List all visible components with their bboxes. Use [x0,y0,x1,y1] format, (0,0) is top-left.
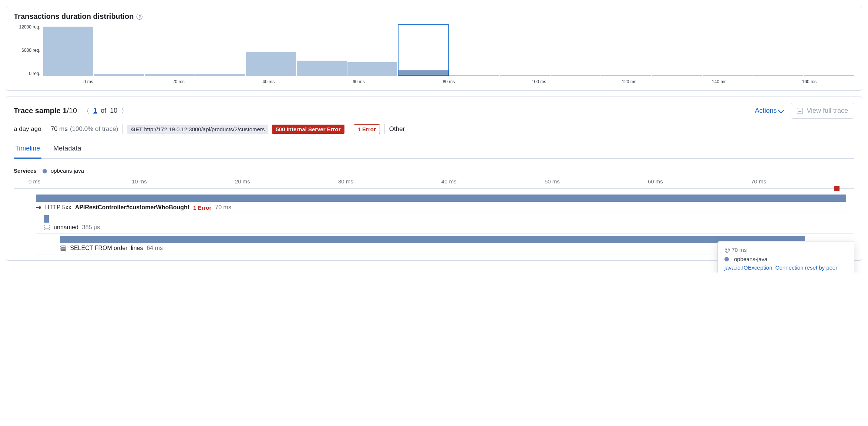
histogram-bar-slot[interactable] [195,24,245,76]
timeline-tick: 50 ms [545,178,648,185]
separator [384,124,385,134]
histogram-bar [449,75,499,76]
view-full-trace-label: View full trace [807,107,848,115]
trace-panel: Trace sample 1/10 〈 1 of 10 〉 Actions Vi… [6,97,862,261]
x-tick: 100 ms [494,79,584,84]
span-duration: 64 ms [147,245,163,251]
summary-age: a day ago [14,125,41,133]
histogram-bar-slot[interactable] [804,24,854,76]
x-tick: 40 ms [223,79,314,84]
timeline-tick: 40 ms [441,178,545,185]
histogram-bar-slot[interactable] [43,24,93,76]
histogram-bar-slot[interactable] [753,24,803,76]
timeline-tick: 70 ms [751,178,854,185]
span-error-badge: 1 Error [193,204,211,211]
histogram-body: 0 ms20 ms40 ms60 ms80 ms100 ms120 ms140 … [43,24,854,84]
span-bar [36,195,846,202]
histogram-bar [398,70,448,76]
summary-percent: (100.0% of trace) [70,125,118,133]
popover-error-link[interactable]: java.io.IOException: Connection reset by… [724,264,847,271]
help-icon[interactable]: ? [137,14,142,20]
pager-of: of [101,107,106,115]
histogram-bar-slot[interactable] [398,24,448,76]
view-full-trace-button[interactable]: View full trace [791,103,854,119]
histogram-bars[interactable] [43,24,854,76]
trace-pager: 〈 1 of 10 〉 [83,106,128,115]
span-name: SELECT FROM order_lines [70,245,143,251]
histogram-bar [297,61,347,76]
actions-dropdown[interactable]: Actions [755,107,783,115]
histogram-bar [804,75,854,76]
document-icon [797,108,803,114]
histogram-bar-slot[interactable] [297,24,347,76]
tab-timeline[interactable]: Timeline [14,141,41,159]
histogram: 12000 req. 6000 req. 0 req. 0 ms20 ms40 … [14,24,854,84]
histogram-bar-slot[interactable] [601,24,651,76]
pager-next-icon[interactable]: 〉 [121,106,128,115]
histogram-bar-slot[interactable] [551,24,600,76]
histogram-bar-slot[interactable] [703,24,753,76]
histogram-bar [753,75,803,76]
histogram-bar-slot[interactable] [500,24,550,76]
summary-method: GET [131,126,142,132]
histogram-bar-slot[interactable] [246,24,296,76]
database-icon [44,225,50,230]
x-tick: 160 ms [764,79,855,84]
histogram-bar [145,74,195,76]
trace-tabs: Timeline Metadata [14,141,854,159]
histogram-y-axis: 12000 req. 6000 req. 0 req. [14,24,43,76]
trace-total-suffix: /10 [67,106,77,115]
span-name: unnamed [54,224,78,231]
y-tick: 12000 req. [19,24,40,30]
timeline-tick: 0 ms [28,178,132,185]
histogram-bar [347,62,397,76]
y-tick: 6000 req. [21,48,40,53]
timeline-tick: 60 ms [648,178,751,185]
trace-header-right: Actions View full trace [755,103,854,119]
popover-timestamp: @ 70 ms [724,247,847,253]
span-bar [60,236,805,243]
distribution-panel: Transactions duration distribution ? 120… [6,6,862,91]
histogram-bar [601,75,651,76]
trace-header: Trace sample 1/10 〈 1 of 10 〉 Actions Vi… [14,103,854,119]
histogram-bar-slot[interactable] [145,24,195,76]
span-label: HTTP 5xxAPIRestController#customerWhoBou… [36,203,231,212]
tab-metadata[interactable]: Metadata [52,141,83,159]
x-tick: 0 ms [43,79,134,84]
histogram-bar [43,27,93,76]
histogram-bar [195,74,245,76]
histogram-bar [246,52,296,76]
services-legend: Services opbeans-java [14,168,854,174]
trace-summary: a day ago 70 ms (100.0% of trace) GET ht… [14,124,854,134]
service-color-dot [724,257,729,261]
span-row[interactable]: HTTP 5xxAPIRestController#customerWhoBou… [36,192,854,213]
summary-other: Other [389,125,405,133]
pager-prev-icon[interactable]: 〈 [83,106,90,115]
trace-title-label: Trace sample [14,106,63,115]
histogram-bar [551,75,600,76]
span-duration: 70 ms [215,204,231,211]
distribution-title-row: Transactions duration distribution ? [14,12,854,21]
timeline-axis: 0 ms10 ms20 ms30 ms40 ms50 ms60 ms70 ms [14,178,854,189]
service-color-dot [43,169,47,173]
http-span-icon [36,203,41,212]
span-row[interactable]: unnamed385 µs [36,213,854,234]
histogram-bar [94,74,144,76]
histogram-bar-slot[interactable] [449,24,499,76]
summary-status-pill: 500 Internal Server Error [272,125,344,134]
trace-header-left: Trace sample 1/10 〈 1 of 10 〉 [14,106,128,115]
pager-total: 10 [110,107,117,115]
histogram-bar-slot[interactable] [652,24,702,76]
y-tick: 0 req. [29,71,40,76]
service-legend-item: opbeans-java [43,168,84,174]
histogram-bar [652,75,702,76]
x-tick: 20 ms [134,79,224,84]
histogram-bar-slot[interactable] [94,24,144,76]
histogram-bar-slot[interactable] [347,24,397,76]
error-popover: @ 70 ms opbeans-java java.io.IOException… [717,241,854,273]
pager-current[interactable]: 1 [93,107,97,115]
histogram-x-axis: 0 ms20 ms40 ms60 ms80 ms100 ms120 ms140 … [43,76,854,84]
x-tick: 80 ms [404,79,494,84]
span-label: unnamed385 µs [44,224,100,231]
x-tick: 120 ms [584,79,674,84]
